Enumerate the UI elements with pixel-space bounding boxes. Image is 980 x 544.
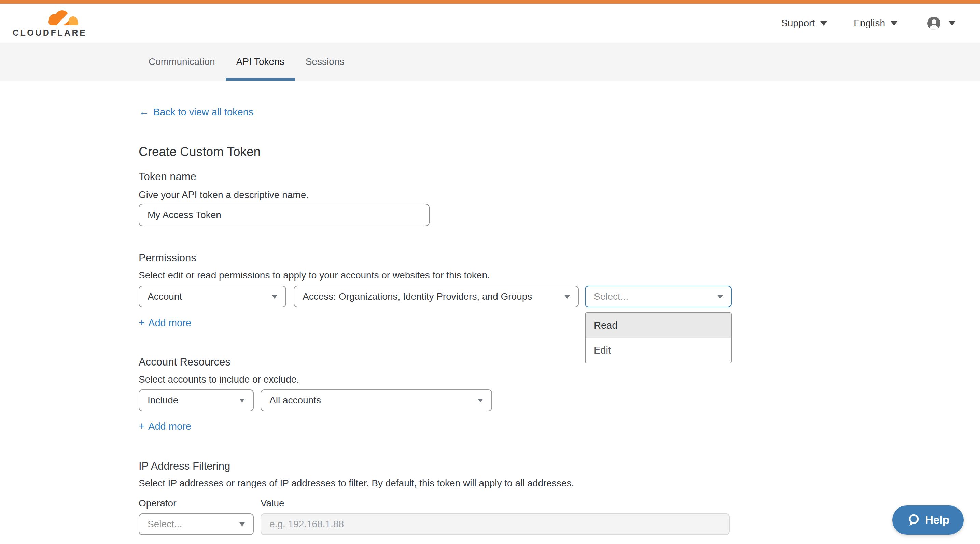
permissions-add-more-button[interactable]: + Add more [138,317,191,329]
cloudflare-logo[interactable]: CLOUDFLARE [13,9,87,38]
ip-filtering-description: Select IP addresses or ranges of IP addr… [138,477,980,489]
profile-tabs: Communication API Tokens Sessions [0,43,980,81]
permissions-row: Account Access: Organizations, Identity … [138,285,980,308]
ip-filtering-row: Select... [138,513,980,535]
ip-operator-select[interactable]: Select... [138,513,254,535]
chevron-down-icon [478,399,483,402]
account-target-select[interactable]: All accounts [261,389,492,411]
tab-communication[interactable]: Communication [138,43,226,81]
header: CLOUDFLARE Support English [0,4,980,43]
chevron-down-icon [239,522,245,526]
support-label: Support [781,18,815,29]
language-menu[interactable]: English [854,18,897,29]
help-label: Help [925,514,950,527]
account-resources-heading: Account Resources [138,355,980,368]
back-link-label: Back to view all tokens [153,106,253,118]
tab-sessions[interactable]: Sessions [295,43,355,81]
help-button[interactable]: Help [892,506,964,535]
plus-icon: + [138,317,145,329]
account-resources-add-more-button[interactable]: + Add more [138,420,191,432]
ip-value-input[interactable] [261,513,730,535]
chevron-down-icon [239,399,245,402]
permission-level-menu: Read Edit [585,312,732,363]
cloudflare-cloud-icon [44,9,80,27]
ip-filtering-heading: IP Address Filtering [138,460,980,472]
permissions-heading: Permissions [138,252,980,264]
account-menu[interactable] [928,17,955,30]
permissions-description: Select edit or read permissions to apply… [138,270,980,281]
permission-level-select[interactable]: Select... [585,285,732,308]
top-accent-bar [0,0,980,4]
back-arrow-icon: ← [138,106,149,118]
chat-bubble-icon [906,513,921,527]
token-name-input[interactable] [138,204,430,226]
user-avatar-icon [928,17,940,30]
account-resources-description: Select accounts to include or exclude. [138,374,980,385]
tab-api-tokens[interactable]: API Tokens [226,43,295,81]
operator-label: Operator [138,498,261,509]
chevron-down-icon [272,295,277,299]
permission-level-wrap: Select... Read Edit [585,285,732,308]
cloudflare-wordmark: CLOUDFLARE [13,28,87,38]
chevron-down-icon [891,21,897,25]
language-label: English [854,18,885,29]
main-content: ← Back to view all tokens Create Custom … [0,106,980,535]
value-label: Value [261,498,285,509]
permission-resource-select[interactable]: Access: Organizations, Identity Provider… [294,285,579,308]
header-right: Support English [781,17,955,30]
menu-option-edit[interactable]: Edit [585,338,731,363]
permission-scope-select[interactable]: Account [138,285,286,308]
support-menu[interactable]: Support [781,18,827,29]
ip-filtering-labels: Operator Value [138,498,980,509]
account-include-select[interactable]: Include [138,389,254,411]
chevron-down-icon [718,295,723,299]
account-resources-row: Include All accounts [138,389,980,411]
chevron-down-icon [948,21,955,25]
token-name-description: Give your API token a descriptive name. [138,189,980,200]
token-name-heading: Token name [138,170,980,183]
chevron-down-icon [565,295,570,299]
menu-option-read[interactable]: Read [585,313,731,338]
back-to-tokens-link[interactable]: ← Back to view all tokens [138,106,253,118]
page-title: Create Custom Token [138,144,980,159]
chevron-down-icon [820,21,827,25]
plus-icon: + [138,420,145,432]
